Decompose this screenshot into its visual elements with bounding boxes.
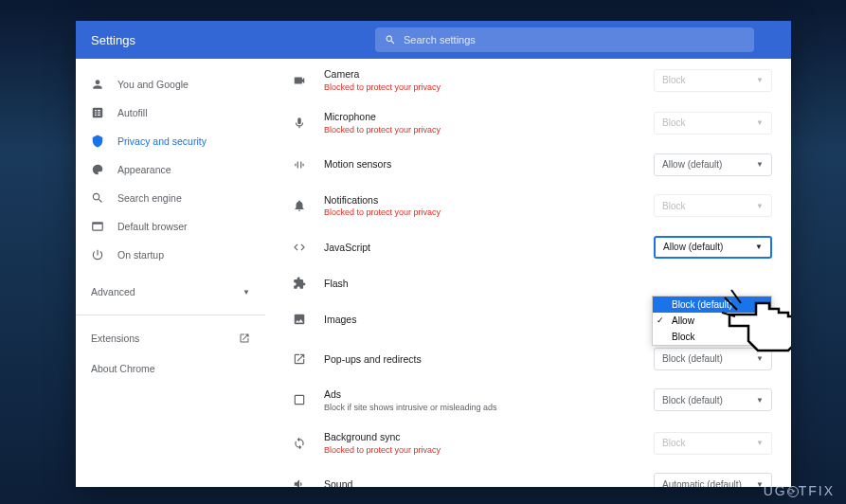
perm-sub: Blocked to protect your privacy <box>324 81 654 94</box>
perm-text: Microphone Blocked to protect your priva… <box>324 110 654 135</box>
perm-sub: Blocked to protect your privacy <box>324 444 654 457</box>
camera-icon <box>292 73 307 88</box>
external-link-icon <box>239 333 250 344</box>
perm-row-notifications[interactable]: Notifications Blocked to protect your pr… <box>284 185 772 227</box>
chevron-down-icon: ▼ <box>756 439 764 447</box>
perm-select-bgsync[interactable]: Block▼ <box>654 432 772 455</box>
sidebar-advanced[interactable]: Advanced ▼ <box>76 277 265 307</box>
perm-text: Camera Blocked to protect your privacy <box>324 67 654 93</box>
power-icon <box>91 248 104 261</box>
ads-icon <box>292 392 307 407</box>
content-area: Camera Blocked to protect your privacy B… <box>265 59 791 487</box>
perm-select-javascript[interactable]: Allow (default)▼ <box>654 236 772 259</box>
sidebar-item-default-browser[interactable]: Default browser <box>76 212 265 241</box>
perm-select-ads[interactable]: Block (default)▼ <box>654 388 772 411</box>
chevron-down-icon: ▼ <box>243 288 250 297</box>
chevron-down-icon: ▼ <box>756 118 764 127</box>
sidebar-item-autofill[interactable]: Autofill <box>76 99 265 127</box>
bell-icon <box>292 198 307 213</box>
microphone-icon <box>292 116 307 131</box>
perm-select-microphone[interactable]: Block▼ <box>654 112 772 135</box>
sidebar-item-search-engine[interactable]: Search engine <box>76 184 265 212</box>
sidebar-item-label: Search engine <box>117 192 182 204</box>
sidebar-extensions[interactable]: Extensions <box>76 323 265 353</box>
perm-row-sound[interactable]: Sound Automatic (default)▼ <box>284 464 772 487</box>
perm-label: Images <box>324 313 654 327</box>
perm-text: Motion sensors <box>324 157 654 171</box>
perm-text: JavaScript <box>324 241 654 255</box>
chevron-down-icon: ▼ <box>756 76 764 84</box>
divider <box>76 315 265 315</box>
sync-icon <box>292 436 307 451</box>
sidebar-item-label: Default browser <box>117 221 188 232</box>
watermark: UG⟳TFIX <box>764 483 835 498</box>
perm-label: Background sync <box>324 430 654 444</box>
code-icon <box>292 240 307 255</box>
perm-sub: Block if site shows intrusive or mislead… <box>324 402 654 414</box>
perm-row-bgsync[interactable]: Background sync Blocked to protect your … <box>284 422 772 464</box>
perm-row-camera[interactable]: Camera Blocked to protect your privacy B… <box>284 59 772 101</box>
body: You and Google Autofill Privacy and secu… <box>76 59 791 487</box>
person-icon <box>91 78 104 91</box>
perm-sub: Blocked to protect your privacy <box>324 124 654 136</box>
sidebar-item-label: Appearance <box>117 164 171 175</box>
sidebar-item-appearance[interactable]: Appearance <box>76 155 265 184</box>
sound-icon <box>292 477 307 487</box>
chevron-down-icon: ▼ <box>756 160 764 169</box>
perm-select-motion[interactable]: Allow (default)▼ <box>654 153 772 176</box>
image-icon <box>292 312 307 327</box>
perm-row-motion[interactable]: Motion sensors Allow (default)▼ <box>284 145 772 185</box>
perm-text: Sound <box>324 477 654 487</box>
sidebar-item-label: On startup <box>117 249 164 261</box>
motion-icon <box>292 157 307 172</box>
pointing-hand-icon <box>720 286 791 361</box>
perm-row-javascript[interactable]: JavaScript Allow (default)▼ <box>284 227 772 267</box>
perm-sub: Blocked to protect your privacy <box>324 207 654 219</box>
perm-text: Ads Block if site shows intrusive or mis… <box>324 387 654 413</box>
sidebar-about[interactable]: About Chrome <box>76 353 265 384</box>
sidebar-item-privacy[interactable]: Privacy and security <box>76 127 265 155</box>
search-input[interactable] <box>404 34 745 45</box>
sidebar-item-label: Privacy and security <box>117 135 207 147</box>
perm-row-flash[interactable]: Flash <box>284 267 772 299</box>
chevron-down-icon: ▼ <box>755 243 763 251</box>
search-engine-icon <box>91 191 104 205</box>
sidebar-item-you-and-google[interactable]: You and Google <box>76 70 265 99</box>
perm-text: Background sync Blocked to protect your … <box>324 430 654 456</box>
perm-select-camera[interactable]: Block▼ <box>654 69 772 92</box>
perm-label: JavaScript <box>324 241 654 255</box>
perm-label: Camera <box>324 67 654 81</box>
perm-text: Pop-ups and redirects <box>324 352 654 367</box>
chevron-down-icon: ▼ <box>756 202 764 210</box>
perm-text: Images <box>324 313 654 327</box>
sidebar-item-label: You and Google <box>117 79 189 90</box>
perm-text: Notifications Blocked to protect your pr… <box>324 193 654 219</box>
perm-label: Flash <box>324 277 772 291</box>
perm-select-sound[interactable]: Automatic (default)▼ <box>654 473 772 487</box>
perm-text: Flash <box>324 277 772 291</box>
search-icon <box>385 34 396 45</box>
perm-label: Ads <box>324 387 654 402</box>
sidebar-item-on-startup[interactable]: On startup <box>76 241 265 269</box>
puzzle-icon <box>292 276 307 291</box>
header-bar: Settings <box>76 21 791 59</box>
advanced-label: Advanced <box>91 286 135 297</box>
perm-row-ads[interactable]: Ads Block if site shows intrusive or mis… <box>284 379 772 422</box>
shield-icon <box>91 135 104 148</box>
palette-icon <box>91 163 104 176</box>
perm-label: Motion sensors <box>324 157 654 171</box>
chevron-down-icon: ▼ <box>756 396 764 405</box>
check-icon: ✓ <box>657 315 664 325</box>
perm-select-notifications[interactable]: Block▼ <box>654 194 772 217</box>
perm-label: Notifications <box>324 193 654 207</box>
about-label: About Chrome <box>91 363 155 374</box>
search-box[interactable] <box>375 27 754 52</box>
perm-label: Microphone <box>324 110 654 124</box>
popup-icon <box>292 351 307 367</box>
perm-row-microphone[interactable]: Microphone Blocked to protect your priva… <box>284 101 772 144</box>
perm-label: Pop-ups and redirects <box>324 352 654 367</box>
page-title: Settings <box>91 33 375 47</box>
perm-label: Sound <box>324 477 654 487</box>
settings-window: Settings You and Google Autofill Privacy… <box>76 21 791 487</box>
browser-icon <box>91 220 104 233</box>
